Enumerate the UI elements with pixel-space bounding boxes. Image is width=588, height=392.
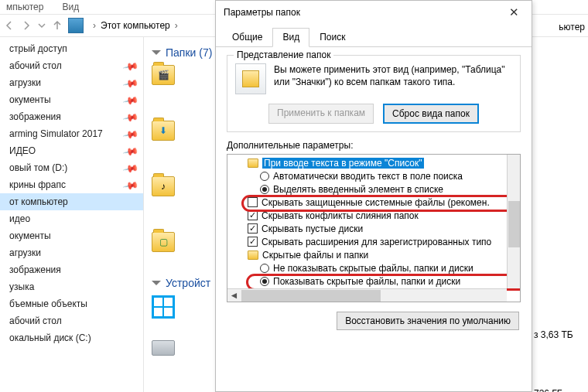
nav-item-documents-2[interactable]: окументы bbox=[0, 227, 143, 244]
tree-item[interactable]: Выделять введенный элемент в списке bbox=[235, 182, 517, 196]
radio-icon[interactable] bbox=[260, 185, 269, 194]
nav-item-music[interactable]: узыка bbox=[0, 278, 143, 295]
size-text: 736 ГБ bbox=[534, 388, 588, 392]
radio-icon[interactable] bbox=[260, 264, 269, 273]
nav-forward-icon[interactable] bbox=[20, 19, 32, 32]
tree-item[interactable]: ✓Скрывать пустые диски bbox=[235, 222, 517, 235]
folder-view-text: Вы можете применить этот вид (например, … bbox=[274, 63, 512, 94]
nav-back-icon[interactable] bbox=[3, 19, 15, 32]
nav-item-videos[interactable]: идео bbox=[0, 210, 143, 227]
tree-item[interactable]: Автоматически вводить текст в поле поиск… bbox=[235, 169, 517, 182]
tree-item[interactable]: Не показывать скрытые файлы, папки и дис… bbox=[235, 261, 517, 274]
windows-drive-icon[interactable] bbox=[152, 295, 175, 319]
nav-item-3d-objects[interactable]: бъемные объекты bbox=[0, 295, 143, 312]
nav-item-new-volume-d[interactable]: овый том (D:)📌 bbox=[0, 159, 143, 176]
chevron-right-icon: › bbox=[170, 20, 183, 31]
checkbox-icon[interactable]: ✓ bbox=[248, 210, 258, 220]
folder-icon bbox=[248, 251, 258, 260]
checkbox-icon[interactable]: ✓ bbox=[248, 223, 258, 233]
nav-item-pictures-2[interactable]: зображения bbox=[0, 261, 143, 278]
pin-icon: 📌 bbox=[122, 142, 139, 159]
nav-item-downloads[interactable]: агрузки📌 bbox=[0, 74, 143, 91]
advanced-settings-tree[interactable]: При вводе текста в режиме "Список" Автом… bbox=[227, 154, 521, 302]
tree-item[interactable]: ✓Скрывать конфликты слияния папок bbox=[235, 209, 517, 222]
tree-item-hide-protected[interactable]: Скрывать защищенные системные файлы (рек… bbox=[235, 196, 517, 209]
scroll-thumb[interactable] bbox=[508, 201, 520, 247]
nav-item-local-disk-c[interactable]: окальный диск (C:) bbox=[0, 329, 143, 346]
tree-item-show-hidden[interactable]: Показывать скрытые файлы, папки и диски bbox=[235, 274, 517, 288]
caret-down-icon bbox=[152, 50, 161, 55]
tree-item[interactable]: При вводе текста в режиме "Список" bbox=[235, 156, 517, 169]
pin-icon: 📌 bbox=[122, 108, 139, 124]
folder-view-icon bbox=[235, 63, 266, 94]
folder-icon bbox=[248, 159, 258, 168]
partial-text: ьютер bbox=[559, 22, 585, 32]
advanced-label: Дополнительные параметры: bbox=[227, 140, 521, 151]
dialog-titlebar: Параметры папок ✕ bbox=[216, 1, 532, 24]
nav-item-farming-sim[interactable]: arming Simulator 2017📌 bbox=[0, 125, 143, 142]
nav-up-icon[interactable] bbox=[51, 19, 63, 32]
nav-item-this-pc[interactable]: от компьютер bbox=[0, 193, 143, 210]
menu-computer[interactable]: мпьютер bbox=[6, 2, 43, 12]
group-title: Представление папок bbox=[234, 49, 333, 60]
radio-icon[interactable] bbox=[260, 172, 269, 181]
nav-item-desktop[interactable]: абочий стол📌 bbox=[0, 57, 143, 74]
nav-item-desktop-2[interactable]: абочий стол bbox=[0, 312, 143, 329]
close-button[interactable]: ✕ bbox=[504, 4, 524, 21]
folder-icon[interactable]: ⬇ bbox=[152, 121, 175, 141]
tree-item[interactable]: ✓Скрывать расширения для зарегистрирован… bbox=[235, 235, 517, 248]
folder-options-dialog: Параметры папок ✕ Общие Вид Поиск Предст… bbox=[215, 0, 532, 392]
tree-item[interactable]: Скрытые файлы и папки bbox=[235, 248, 517, 261]
scroll-thumb[interactable] bbox=[241, 290, 381, 302]
tab-search[interactable]: Поиск bbox=[309, 28, 355, 47]
breadcrumb[interactable]: › Этот компьютер › bbox=[88, 20, 183, 31]
folder-icon[interactable]: 🎬 bbox=[152, 65, 175, 85]
restore-defaults-button[interactable]: Восстановить значения по умолчанию bbox=[337, 312, 519, 330]
nav-item-pictures[interactable]: зображения📌 bbox=[0, 108, 143, 125]
nav-item-video-folder[interactable]: ИДЕО📌 bbox=[0, 142, 143, 159]
tab-strip: Общие Вид Поиск bbox=[216, 27, 532, 47]
nav-item-quick-access[interactable]: стрый доступ bbox=[0, 40, 143, 57]
breadcrumb-location[interactable]: Этот компьютер bbox=[101, 20, 170, 31]
caret-down-icon bbox=[152, 281, 161, 285]
tab-general[interactable]: Общие bbox=[222, 28, 272, 47]
chevron-right-icon: › bbox=[88, 20, 101, 31]
pin-icon: 📌 bbox=[122, 125, 139, 141]
drive-icon[interactable] bbox=[152, 340, 175, 356]
pin-icon: 📌 bbox=[122, 57, 139, 73]
folder-icon[interactable]: ▢ bbox=[152, 232, 175, 252]
size-text: з 3,63 ТБ bbox=[534, 329, 588, 340]
nav-tree[interactable]: стрый доступ абочий стол📌 агрузки📌 окуме… bbox=[0, 37, 144, 392]
pin-icon: 📌 bbox=[122, 159, 139, 176]
vertical-scrollbar[interactable] bbox=[507, 155, 520, 288]
right-info: з 3,63 ТБ 736 ГБ bbox=[534, 37, 588, 392]
tab-view[interactable]: Вид bbox=[272, 28, 309, 47]
pin-icon: 📌 bbox=[122, 74, 139, 90]
pin-icon: 📌 bbox=[122, 91, 139, 107]
scroll-left-icon[interactable]: ◄ bbox=[227, 289, 241, 302]
nav-item-downloads-2[interactable]: агрузки bbox=[0, 244, 143, 261]
horizontal-scrollbar[interactable]: ◄ bbox=[227, 288, 507, 302]
menu-view[interactable]: Вид bbox=[62, 2, 79, 12]
reset-folder-view-button[interactable]: Сброс вида папок bbox=[383, 104, 479, 124]
dialog-title-text: Параметры папок bbox=[224, 7, 300, 18]
nav-item-documents[interactable]: окументы📌 bbox=[0, 91, 143, 108]
pin-icon: 📌 bbox=[122, 176, 139, 193]
nav-down-icon[interactable] bbox=[37, 21, 46, 30]
folder-view-group: Представление папок Вы можете применить … bbox=[227, 55, 521, 132]
checkbox-icon[interactable]: ✓ bbox=[248, 237, 258, 247]
radio-icon[interactable] bbox=[260, 277, 269, 286]
checkbox-icon[interactable] bbox=[248, 197, 258, 207]
folder-icon[interactable]: ♪ bbox=[152, 176, 175, 196]
pc-icon bbox=[68, 18, 84, 33]
nav-item-fraps-screens[interactable]: крины фрапс📌 bbox=[0, 176, 143, 193]
apply-to-folders-button: Применить к папкам bbox=[268, 104, 374, 124]
